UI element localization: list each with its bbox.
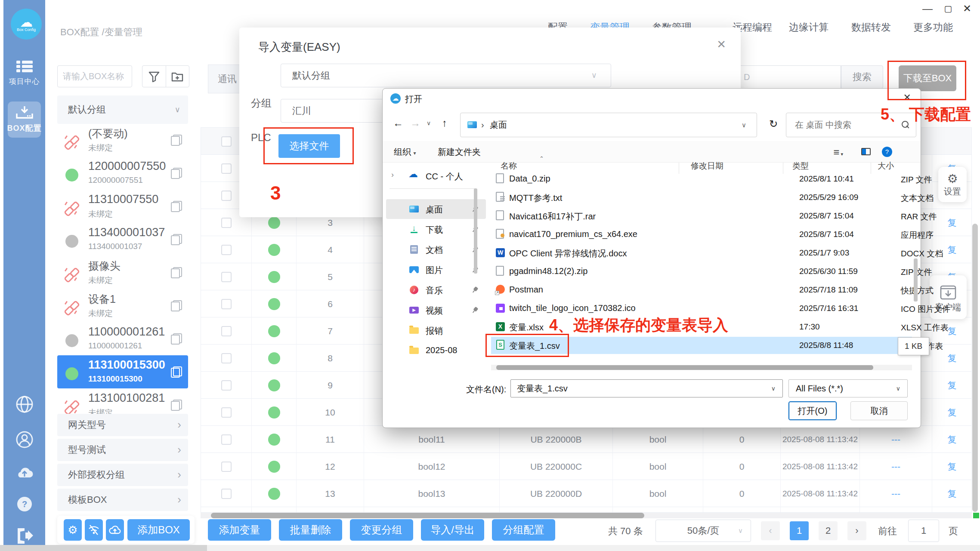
next-page-button[interactable]: › [847, 521, 866, 540]
open-button[interactable]: 打开(O) [788, 401, 837, 420]
copy-icon[interactable] [171, 135, 182, 146]
window-maximize-button[interactable]: ▢ [939, 3, 958, 14]
row-checkbox[interactable] [221, 218, 232, 228]
copy-icon[interactable] [171, 333, 182, 345]
copy-link[interactable]: 复 [948, 325, 957, 337]
add-box-button[interactable]: 添加BOX [127, 519, 190, 541]
copy-icon[interactable] [171, 168, 182, 179]
copy-link[interactable]: 复 [948, 379, 957, 391]
box-list-item[interactable]: 120000007550120000007551 [57, 157, 188, 190]
file-row[interactable]: Data_0.zip2025/8/1 10:41ZIP 文件122,90 [491, 170, 912, 188]
file-list-hscroll-thumb[interactable] [496, 365, 873, 370]
box-list-item[interactable]: 113100015300113100015300 [57, 355, 188, 388]
box-list-item[interactable]: (不要动)未绑定 [57, 123, 188, 157]
help-icon[interactable]: ? [882, 147, 892, 157]
top-menu-item[interactable]: 数据转发 [851, 21, 891, 34]
row-checkbox[interactable] [221, 163, 232, 174]
box-search-input[interactable]: 请输入BOX名称 [57, 65, 132, 87]
tree-item[interactable]: ↓下载 [386, 219, 486, 239]
forward-icon[interactable]: → [410, 117, 420, 129]
footer-button[interactable]: 分组配置 [492, 519, 555, 541]
tree-item[interactable]: ▶视频 [386, 300, 486, 320]
dash-link[interactable]: --- [891, 462, 900, 472]
tree-item[interactable]: ♪音乐 [386, 280, 486, 300]
row-checkbox[interactable] [221, 299, 232, 309]
file-row[interactable]: pgadmin48.12(2).zip2025/6/30 11:59ZIP 文件… [491, 263, 912, 280]
group-select[interactable]: 默认分组 ∨ [281, 64, 611, 87]
row-checkbox[interactable] [221, 326, 232, 336]
file-row[interactable]: ↗Postman2025/7/18 11:09快捷方式 [491, 281, 912, 299]
copy-link[interactable]: 复 [948, 217, 957, 229]
row-checkbox[interactable] [221, 380, 232, 391]
help-icon[interactable]: ? [3, 496, 45, 514]
page-size-select[interactable]: 50条/页 ∨ [655, 520, 751, 542]
cloud-upload-icon[interactable] [3, 464, 45, 483]
settings-widget[interactable]: ⚙ 设置 [938, 167, 967, 202]
window-minimize-button[interactable]: — [918, 3, 937, 15]
copy-icon[interactable] [171, 366, 182, 378]
back-icon[interactable]: ← [393, 117, 403, 129]
select-all-checkbox[interactable] [221, 136, 232, 147]
file-row[interactable]: twitch_tile_logo_icon_170382.ico2025/7/1… [491, 300, 912, 317]
box-group-row[interactable]: 外部授权分组› [57, 464, 188, 486]
preview-pane-icon[interactable] [861, 148, 871, 155]
prev-page-button[interactable]: ‹ [761, 521, 780, 540]
box-list-item[interactable]: 摄像头未绑定 [57, 256, 188, 289]
page-button[interactable]: 1 [790, 521, 809, 540]
box-group-row[interactable]: 网关型号› [57, 414, 188, 436]
box-group-row[interactable]: 型号测试› [57, 439, 188, 461]
row-checkbox[interactable] [221, 191, 232, 201]
tree-item[interactable]: 2025-08 [386, 341, 486, 360]
copy-link[interactable]: 复 [948, 434, 957, 446]
copy-link[interactable]: 复 [948, 406, 957, 419]
globe-icon[interactable] [3, 395, 45, 416]
footer-button[interactable]: 批量删除 [279, 519, 342, 541]
copy-icon[interactable] [171, 201, 182, 212]
view-list-icon[interactable]: ≡ ▾ [833, 146, 843, 158]
filetype-select[interactable]: All Files (*.*) ∨ [788, 379, 908, 397]
row-checkbox[interactable] [221, 353, 232, 363]
history-chevron-icon[interactable]: ∨ [427, 120, 431, 126]
tree-item[interactable]: 报销 [386, 320, 486, 340]
dash-link[interactable]: --- [891, 434, 900, 445]
box-group-row[interactable]: 模板BOX› [57, 489, 188, 511]
row-checkbox[interactable] [221, 245, 232, 255]
user-icon[interactable] [3, 430, 45, 451]
cloud-sync-button[interactable] [106, 519, 124, 541]
settings-gear-button[interactable]: ⚙ [64, 519, 82, 541]
sidebar-item-box-config[interactable] [8, 102, 41, 138]
tree-item[interactable]: 图片 [386, 260, 486, 280]
copy-link[interactable]: 复 [948, 461, 957, 473]
box-list-item[interactable]: 设备1未绑定 [57, 289, 188, 322]
copy-link[interactable]: 复 [948, 244, 957, 256]
dash-link[interactable]: --- [891, 489, 900, 499]
top-menu-item[interactable]: 更多功能 [913, 21, 953, 34]
row-checkbox[interactable] [221, 489, 232, 499]
table-horizontal-scrollbar-thumb[interactable] [211, 513, 644, 518]
footer-button[interactable]: 添加变量 [208, 519, 271, 541]
copy-icon[interactable] [171, 400, 182, 411]
box-list-item[interactable]: 110000001261110000001261 [57, 322, 188, 355]
table-vertical-scrollbar[interactable] [972, 224, 978, 512]
new-folder-button[interactable]: 新建文件夹 [438, 146, 481, 158]
file-row[interactable]: WOPC Client 异常掉线情况.docx2025/1/7 9:03DOCX… [491, 244, 912, 262]
up-icon[interactable]: ↑ [442, 117, 447, 129]
copy-link[interactable]: 复 [948, 488, 957, 500]
copy-icon[interactable] [171, 234, 182, 245]
organize-menu[interactable]: 组织 ▾ [394, 146, 416, 158]
row-checkbox[interactable] [221, 462, 232, 472]
filename-input[interactable]: 变量表_1.csv ∨ [510, 379, 783, 397]
page-button[interactable]: 2 [819, 521, 838, 540]
row-checkbox[interactable] [221, 272, 232, 282]
box-list-item[interactable]: 113400001037113400001037 [57, 223, 188, 256]
add-group-button[interactable] [166, 66, 189, 87]
top-menu-item[interactable]: 边缘计算 [789, 21, 829, 34]
filter-button[interactable] [142, 66, 166, 87]
footer-button[interactable]: 导入/导出 [421, 519, 484, 541]
file-row[interactable]: Navicat16和17补丁.rar2025/8/7 15:04RAR 文件58 [491, 207, 912, 225]
row-checkbox[interactable] [221, 434, 232, 445]
box-list-item[interactable]: 11310007550未绑定 [57, 190, 188, 223]
tree-item[interactable]: ›☁CC - 个人 [386, 166, 486, 186]
cancel-button[interactable]: 取消 [850, 401, 908, 420]
search-button[interactable]: 搜索 [841, 65, 883, 89]
